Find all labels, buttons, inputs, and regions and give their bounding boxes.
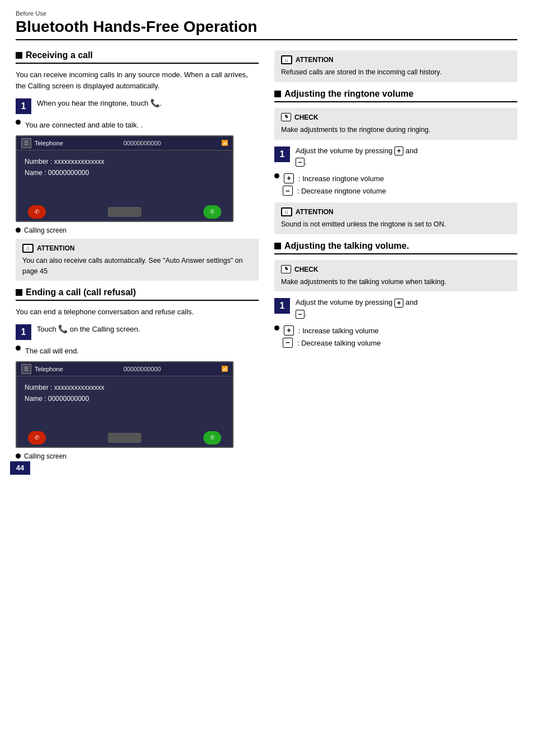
minus-icon-ringtone: −: [283, 186, 293, 196]
phone-icon-2: 📞: [58, 324, 68, 333]
ringtone-step1-text: Adjust the volume by pressing + and −.: [296, 145, 417, 168]
talking-step1: 1 Adjust the volume by pressing + and −.: [274, 297, 517, 319]
before-use-label: Before Use: [16, 10, 517, 17]
screen-number-row-1: Number : xxxxxxxxxxxxxxx: [25, 156, 225, 167]
calling-screen-2: ☰ Telephone 00000000000 📶 Number : xxxxx…: [16, 361, 234, 448]
receiving-body-text: You can receive incoming calls in any so…: [16, 69, 259, 92]
attention-text-1: You can also receive calls automatically…: [22, 256, 252, 277]
attention-header-2: ATTENTION: [281, 207, 511, 217]
ringtone-decrease-item: − : Decrease ringtone volume: [283, 186, 517, 197]
talking-decrease-item: − : Decrease talking volume: [283, 338, 517, 349]
bullet-icon-2: [16, 346, 21, 351]
section-bullet-icon-3: [274, 91, 281, 97]
ringtone-increase-item: + : Increase ringtone volume: [274, 173, 517, 185]
screen-btn-red-1: ✆: [28, 205, 46, 219]
ending-step1-text: Touch 📞 on the Calling screen.: [37, 323, 140, 336]
screen-signal-1: 📶: [221, 140, 228, 146]
ringtone-section-title: Adjusting the ringtone volume: [274, 89, 517, 102]
screen-number-1: 00000000000: [123, 140, 161, 147]
screen-btn-gray-1: [108, 207, 141, 217]
section-bullet-icon: [16, 52, 22, 59]
ending-section-title: Ending a call (call refusal): [16, 287, 259, 301]
screen-topbar-2: ☰ Telephone 00000000000 📶: [17, 362, 232, 376]
screen-signal-2: 📶: [221, 366, 228, 372]
caption-bullet-1: [16, 228, 21, 233]
plus-button-talking: +: [394, 299, 403, 308]
talking-check-header: ✎ CHECK: [281, 264, 511, 275]
ringtone-step1: 1 Adjust the volume by pressing + and −.: [274, 145, 517, 168]
minus-icon-talking: −: [283, 338, 293, 348]
minus-button-ringtone: −: [296, 158, 304, 167]
ringtone-check-text: Make adjustments to the ringtone during …: [281, 125, 511, 135]
talking-check-box: ✎ CHECK Make adjustments to the talking …: [274, 260, 517, 292]
receiving-step1: 1 When you hear the ringtone, touch 📞.: [16, 97, 259, 114]
page-number: 44: [10, 461, 30, 475]
bullet-icon-4: [274, 325, 279, 330]
screen-number-2: 00000000000: [123, 366, 161, 372]
screen-number-row-2: Number : xxxxxxxxxxxxxxx: [25, 382, 225, 393]
talking-increase-item: + : Increase talking volume: [274, 325, 517, 337]
attention-text-2: Sound is not emitted unless the ringtone…: [281, 219, 511, 230]
screen-btn-green-2: ✆: [203, 431, 221, 445]
step-number-3: 1: [274, 147, 290, 162]
screen-body-2: Number : xxxxxxxxxxxxxxx Name : 00000000…: [17, 376, 232, 410]
plus-button-ringtone: +: [394, 147, 403, 155]
screen-footer-1: ✆ ✆: [17, 202, 232, 221]
attention-box-top: ATTENTION Refused calls are stored in th…: [274, 50, 517, 82]
attention-box-1: ATTENTION You can also receive calls aut…: [16, 239, 259, 281]
left-column: Receiving a call You can receive incomin…: [16, 50, 259, 465]
attention-header-1: ATTENTION: [22, 243, 252, 253]
screen-topbar-left-2: ☰ Telephone: [21, 364, 63, 374]
check-icon-1: ✎: [281, 113, 291, 121]
plus-icon-ringtone: +: [284, 173, 294, 183]
minus-button-talking: −: [296, 310, 304, 319]
ringtone-check-header: ✎ CHECK: [281, 112, 511, 122]
step-number-1: 1: [16, 98, 31, 114]
talking-check-text: Make adjustments to the talking volume w…: [281, 277, 511, 287]
attention-icon-1: [22, 244, 34, 253]
connected-text-item: You are connected and able to talk. .: [16, 120, 259, 131]
screen-btn-gray-2: [108, 433, 141, 443]
ending-step1: 1 Touch 📞 on the Calling screen.: [16, 323, 259, 340]
screen-topbar-1: ☰ Telephone 00000000000 📶: [17, 136, 232, 150]
ending-body-text: You can end a telephone conversation and…: [16, 306, 259, 318]
step-number-2: 1: [16, 324, 31, 340]
calling-screen-1: ☰ Telephone 00000000000 📶 Number : xxxxx…: [16, 135, 234, 222]
screen-btn-green-1: ✆: [203, 205, 221, 219]
caption-bullet-2: [16, 453, 21, 459]
check-icon-2: ✎: [281, 265, 291, 273]
page-title: Bluetooth Hands-Free Operation: [16, 18, 517, 40]
screen-footer-2: ✆ ✆: [17, 428, 232, 447]
calling-screen-caption-1: Calling screen: [16, 226, 259, 234]
section-bullet-icon-4: [274, 243, 281, 249]
receiving-section-title: Receiving a call: [16, 50, 259, 64]
receiving-step1-text: When you hear the ringtone, touch 📞.: [37, 97, 162, 110]
plus-icon-talking: +: [284, 325, 294, 336]
talking-section-title: Adjusting the talking volume.: [274, 241, 517, 254]
attention-icon-2: [281, 207, 292, 216]
attention-icon-top: [281, 55, 292, 64]
screen-btn-red-2: ✆: [28, 431, 46, 445]
bullet-icon: [16, 120, 21, 125]
screen-cal-icon-2: ☰: [21, 364, 31, 374]
phone-icon: 📞: [150, 98, 160, 107]
ringtone-check-box: ✎ CHECK Make adjustments to the ringtone…: [274, 108, 517, 140]
screen-topbar-left-1: ☰ Telephone: [21, 138, 63, 148]
right-column: ATTENTION Refused calls are stored in th…: [274, 50, 517, 465]
screen-body-1: Number : xxxxxxxxxxxxxxx Name : 00000000…: [17, 150, 232, 185]
step-number-4: 1: [274, 298, 290, 314]
attention-text-top: Refused calls are stored in the incoming…: [281, 67, 511, 78]
attention-header-top: ATTENTION: [281, 55, 511, 65]
call-end-text-item: The call will end.: [16, 346, 259, 357]
calling-screen-caption-2: Calling screen: [16, 452, 259, 460]
attention-box-2: ATTENTION Sound is not emitted unless th…: [274, 202, 517, 234]
screen-name-row-2: Name : 00000000000: [25, 393, 225, 404]
section-bullet-icon-2: [16, 289, 22, 296]
talking-step1-text: Adjust the volume by pressing + and −.: [296, 297, 417, 319]
screen-name-row-1: Name : 00000000000: [25, 167, 225, 178]
screen-label-1: Telephone: [35, 140, 63, 147]
screen-label-2: Telephone: [35, 366, 63, 372]
page-container: Before Use Bluetooth Hands-Free Operatio…: [0, 0, 533, 480]
screen-cal-icon: ☰: [21, 138, 31, 148]
bullet-icon-3: [274, 173, 279, 178]
